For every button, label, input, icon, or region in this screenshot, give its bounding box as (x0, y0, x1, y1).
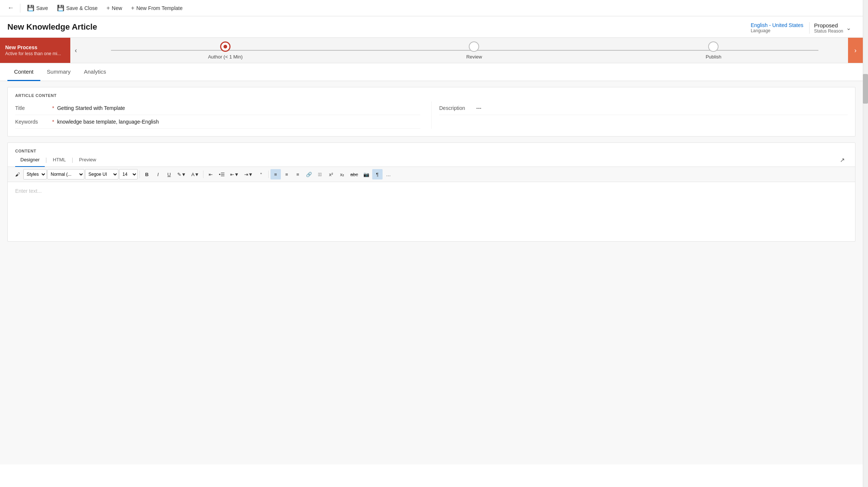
step-circle-author (220, 41, 231, 52)
language-selector[interactable]: English - United States Language (745, 22, 810, 34)
process-step-publish[interactable]: Publish (706, 41, 721, 60)
unordered-list-button[interactable]: •☰ (216, 169, 227, 179)
align-right-button[interactable]: ≡ (282, 169, 292, 179)
toolbar-sep-1 (139, 171, 140, 178)
font-color-icon: A▼ (191, 172, 199, 177)
process-step-review[interactable]: Review (466, 41, 482, 60)
superscript-button[interactable]: x² (326, 169, 336, 179)
new-template-icon: + (131, 5, 134, 11)
chevron-down-icon: ⌄ (846, 24, 851, 31)
editor-tab-html[interactable]: HTML (48, 153, 71, 167)
status-reason-selector[interactable]: Proposed Status Reason ⌄ (810, 22, 855, 34)
step-label-publish: Publish (706, 54, 721, 60)
process-steps: Author (< 1 Min) Review Publish (81, 38, 848, 63)
editor-toolbar: 🖌 Styles Normal (... Segoe UI 14 (8, 167, 855, 182)
bold-button[interactable]: B (142, 169, 152, 179)
save-button[interactable]: 💾 Save (23, 3, 52, 13)
font-family-select[interactable]: Segoe UI (85, 169, 118, 179)
highlight-button[interactable]: ✎▼ (175, 169, 188, 179)
keywords-field-row: Keywords * knowledge base template, lang… (15, 115, 420, 129)
save-icon: 💾 (27, 4, 34, 11)
strikethrough-button[interactable]: abc (348, 169, 360, 179)
blockquote-button[interactable]: “ (256, 169, 266, 179)
article-content-left-col: Title * Getting Started with Template Ke… (15, 101, 431, 129)
language-value: English - United States (751, 22, 803, 28)
editor-tab-sep-2: | (71, 157, 74, 163)
description-value[interactable]: --- (476, 105, 848, 111)
toolbar-sep-2 (203, 171, 203, 178)
tab-content[interactable]: Content (7, 63, 40, 81)
save-close-icon: 💾 (57, 4, 64, 11)
justify-button[interactable]: ≡ (293, 169, 303, 179)
page-title: New Knowledge Article (7, 22, 97, 32)
italic-button[interactable]: I (153, 169, 163, 179)
step-label-author: Author (< 1 Min) (208, 54, 243, 60)
back-button[interactable]: ← (4, 2, 17, 14)
align-center-button[interactable]: ≡ (270, 169, 281, 179)
format-brush-button[interactable]: 🖌 (12, 169, 23, 179)
article-content-right-col: Description --- (431, 101, 848, 129)
format-brush-icon: 🖌 (15, 172, 20, 177)
keywords-label: Keywords (15, 119, 52, 125)
article-content-card: ARTICLE CONTENT Title * Getting Started … (7, 87, 855, 137)
top-toolbar: ← 💾 Save 💾 Save & Close + New + New From… (0, 0, 863, 16)
process-nav-right-button[interactable]: › (848, 38, 863, 63)
new-button[interactable]: + New (103, 3, 126, 13)
process-label: New Process Active for less than one mi.… (0, 38, 70, 63)
toolbar-sep-3 (268, 171, 269, 178)
title-field-row: Title * Getting Started with Template (15, 101, 420, 115)
special-char-button[interactable]: ¶ (372, 169, 383, 179)
scrollbar[interactable] (863, 0, 868, 487)
save-close-button[interactable]: 💾 Save & Close (53, 3, 101, 13)
content-tabs: Content Summary Analytics (0, 63, 863, 81)
font-color-button[interactable]: A▼ (189, 169, 202, 179)
step-circle-publish (708, 41, 719, 52)
article-content-section-title: ARTICLE CONTENT (8, 87, 855, 101)
title-value[interactable]: Getting Started with Template (57, 105, 420, 111)
insert-image-button[interactable]: 📷 (361, 169, 371, 179)
insert-link-button[interactable]: 🔗 (304, 169, 314, 179)
align-left-button[interactable]: ⇤ (205, 169, 216, 179)
page-header: New Knowledge Article English - United S… (0, 16, 863, 37)
editor-area[interactable]: Enter text... (8, 182, 855, 241)
editor-tabs-row: Designer | HTML | Preview ↗ (8, 153, 855, 167)
content-editor-card: CONTENT Designer | HTML | Preview ↗ 🖌 St… (7, 142, 855, 242)
step-circle-review (469, 41, 479, 52)
highlight-icon: ✎▼ (177, 172, 186, 177)
title-required: * (52, 105, 54, 111)
scrollbar-thumb[interactable] (863, 74, 868, 104)
process-bar: New Process Active for less than one mi.… (0, 37, 863, 63)
remove-link-button[interactable]: 🔗⃠ (315, 169, 325, 179)
process-nav-left-button[interactable]: ‹ (70, 38, 81, 63)
content-editor-section-title: CONTENT (8, 143, 855, 153)
editor-expand-button[interactable]: ↗ (837, 154, 848, 167)
status-info: Proposed Status Reason (814, 22, 843, 34)
tab-summary[interactable]: Summary (40, 63, 77, 81)
process-label-title: New Process (5, 44, 65, 50)
status-label: Status Reason (814, 28, 843, 34)
article-content-fields: Title * Getting Started with Template Ke… (8, 101, 855, 136)
editor-tab-sep-1: | (45, 157, 48, 163)
keywords-required: * (52, 119, 54, 125)
new-from-template-button[interactable]: + New From Template (127, 3, 186, 13)
subscript-button[interactable]: x₂ (337, 169, 347, 179)
font-size-select[interactable]: 14 (119, 169, 138, 179)
editor-tab-preview[interactable]: Preview (74, 153, 101, 167)
new-icon: + (107, 5, 110, 11)
step-label-review: Review (466, 54, 482, 60)
editor-placeholder: Enter text... (15, 188, 42, 194)
description-field-row: Description --- (439, 101, 848, 115)
language-label: Language (751, 28, 770, 33)
status-value: Proposed (814, 22, 843, 28)
underline-button[interactable]: U (164, 169, 174, 179)
description-label: Description (439, 105, 476, 111)
tab-analytics[interactable]: Analytics (77, 63, 113, 81)
paragraph-style-select[interactable]: Normal (... (47, 169, 84, 179)
increase-indent-button[interactable]: ⇥▼ (242, 169, 255, 179)
styles-select[interactable]: Styles (23, 169, 47, 179)
more-options-button[interactable]: … (383, 169, 394, 179)
keywords-value[interactable]: knowledge base template, language-Englis… (57, 119, 420, 125)
process-step-author[interactable]: Author (< 1 Min) (208, 41, 243, 60)
editor-tab-designer[interactable]: Designer (15, 153, 45, 167)
decrease-indent-button[interactable]: ⇤▼ (228, 169, 241, 179)
